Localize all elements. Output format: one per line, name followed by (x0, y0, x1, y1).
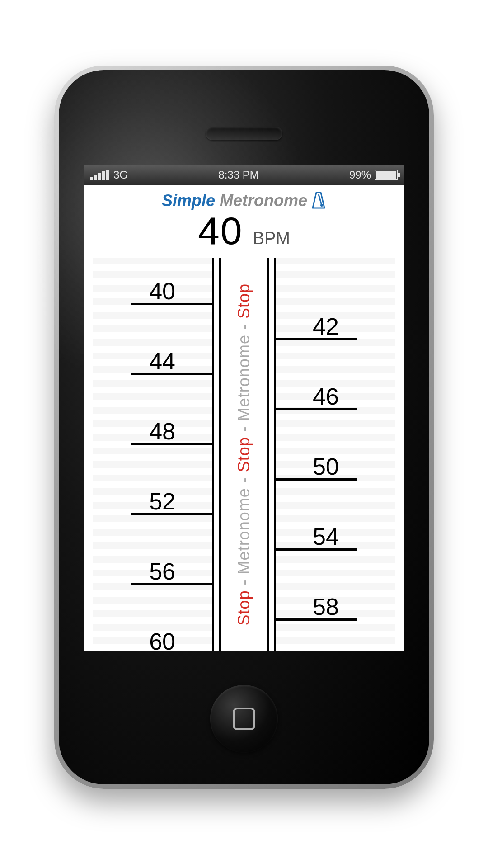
center-word-stop: Stop (235, 590, 253, 625)
scale-tick-label: 42 (313, 313, 376, 340)
signal-icon (90, 170, 109, 180)
scale-tick-label: 46 (313, 383, 376, 410)
center-word-metronome: Metronome (235, 488, 253, 574)
svg-point-1 (320, 204, 323, 207)
scale-tick-label: 50 (313, 453, 376, 480)
scale-center-strip[interactable]: Stop - Metronome - Stop - Metronome - St… (219, 258, 269, 651)
scale-tick-label: 56 (112, 558, 175, 585)
home-button[interactable] (210, 685, 278, 753)
bpm-display: 40 BPM (84, 208, 404, 253)
scale-tick-label: 60 (112, 628, 175, 651)
battery-pct-label: 99% (349, 169, 371, 181)
scale-tick-label: 52 (112, 488, 175, 515)
scale-tick-label: 54 (313, 523, 376, 550)
phone-body: 3G 8:33 PM 99% Simple Metronome (59, 70, 429, 784)
screen: 3G 8:33 PM 99% Simple Metronome (84, 165, 404, 651)
home-button-icon (233, 708, 255, 730)
status-right: 99% (349, 169, 398, 181)
app-title: Simple Metronome (84, 191, 404, 210)
scale-tick-label: 40 (112, 278, 175, 305)
center-word-stop: Stop (235, 437, 253, 472)
network-label: 3G (113, 169, 128, 181)
center-word-stop: Stop (235, 283, 253, 319)
tempo-scale[interactable]: 404448525660 4246505458 Stop - Metronome… (84, 258, 404, 651)
scale-right-column[interactable]: 4246505458 (274, 258, 395, 651)
center-strip-text: Stop - Metronome - Stop - Metronome - St… (235, 283, 253, 625)
scale-left-column[interactable]: 404448525660 (93, 258, 214, 651)
status-bar: 3G 8:33 PM 99% (84, 165, 404, 185)
center-word-metronome: Metronome (235, 335, 253, 421)
bpm-value: 40 (198, 208, 243, 253)
battery-icon (375, 170, 398, 180)
scale-tick-label: 58 (313, 593, 376, 620)
status-left: 3G (90, 169, 128, 181)
clock-label: 8:33 PM (218, 169, 258, 181)
metronome-icon (311, 192, 326, 210)
title-word-metronome: Metronome (215, 191, 307, 210)
scale-tick-label: 44 (112, 348, 175, 375)
phone-frame: 3G 8:33 PM 99% Simple Metronome (54, 66, 434, 789)
speaker-grill (206, 127, 282, 140)
bpm-unit-label: BPM (253, 229, 290, 248)
title-word-simple: Simple (162, 191, 215, 210)
scale-tick-label: 48 (112, 418, 175, 445)
